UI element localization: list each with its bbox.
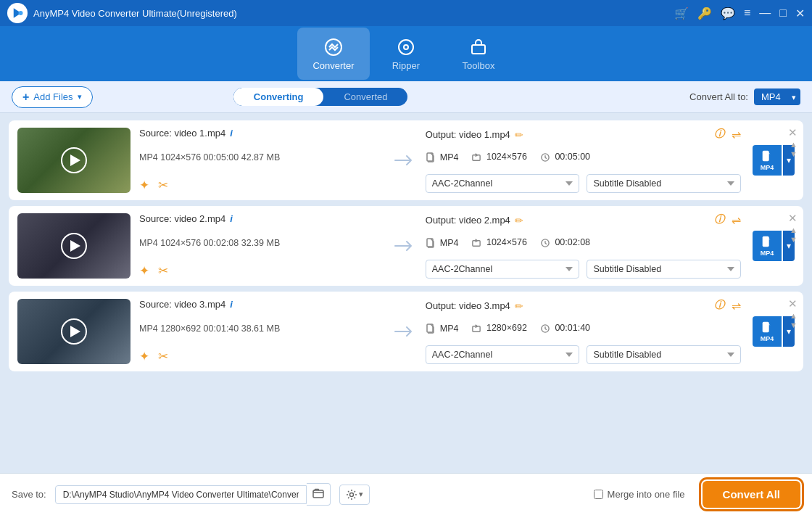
arrow-separator-3 (391, 299, 417, 364)
subtitle-select-2[interactable]: Subtitle Disabled (587, 260, 741, 279)
card-nav-down-3[interactable]: ▼ (790, 321, 798, 329)
audio-select-3[interactable]: AAC-2Channel (426, 345, 580, 364)
output-settings-icon-1[interactable]: ⇌ (732, 128, 741, 141)
card-nav-1: ▲ ▼ (790, 141, 798, 158)
card-nav-down-1[interactable]: ▼ (790, 150, 798, 158)
chat-icon[interactable]: 💬 (721, 7, 735, 20)
output-res-3: 1280×692 (471, 323, 526, 334)
output-top-2: Output: video 2.mp4 ✏ ⓘ ⇌ (426, 213, 741, 227)
video-thumbnail-2[interactable] (17, 213, 130, 279)
arrow-separator-1 (391, 128, 417, 193)
output-meta-1: MP4 1024×576 00:05:00 (426, 152, 741, 162)
cart-icon[interactable]: 🛒 (674, 7, 689, 20)
minimize-button[interactable]: — (759, 7, 771, 20)
tab-toolbox[interactable]: Toolbox (442, 28, 515, 80)
save-path-wrap (55, 483, 331, 506)
output-info-icon-3[interactable]: ⓘ (714, 299, 724, 313)
video-info-3: Source: video 3.mp4 i MP4 1280×692 00:01… (139, 299, 382, 364)
card-nav-up-1[interactable]: ▲ (790, 141, 798, 149)
video-thumbnail-1[interactable] (17, 128, 130, 193)
output-format-button-1[interactable]: MP4 (753, 145, 782, 176)
video-info-1: Source: video 1.mp4 i MP4 1024×576 00:05… (139, 128, 382, 193)
svg-point-2 (326, 39, 341, 55)
card-close-2[interactable]: ✕ (788, 212, 798, 225)
settings-button[interactable]: ▾ (339, 485, 370, 505)
subtitle-select-1[interactable]: Subtitle Disabled (587, 174, 741, 193)
save-path-input[interactable] (55, 485, 307, 504)
convert-all-button[interactable]: Convert All (703, 481, 800, 508)
play-button-3[interactable] (61, 318, 87, 345)
svg-rect-5 (472, 45, 485, 54)
star-icon-2[interactable]: ✦ (139, 263, 149, 279)
action-icons-3: ✦ ✂ (139, 349, 382, 364)
toolbar: + Add Files ▾ Converting Converted Conve… (0, 81, 812, 113)
nav-bar: Converter Ripper Toolbox (0, 26, 812, 81)
arrow-separator-2 (391, 213, 417, 279)
output-info-icon-1[interactable]: ⓘ (714, 128, 724, 141)
browse-folder-button[interactable] (307, 483, 331, 506)
card-nav-2: ▲ ▼ (790, 226, 798, 244)
output-settings-icon-2[interactable]: ⇌ (732, 213, 741, 227)
tab-converting[interactable]: Converting (233, 88, 324, 106)
user-icon[interactable]: 🔑 (697, 7, 712, 20)
output-top-1: Output: video 1.mp4 ✏ ⓘ ⇌ (426, 128, 741, 141)
action-icons-2: ✦ ✂ (139, 263, 382, 279)
meta-line-2: MP4 1024×576 00:02:08 32.39 MB (139, 238, 382, 248)
output-name-3: Output: video 3.mp4 ✏ (426, 300, 523, 312)
output-panel-2: Output: video 2.mp4 ✏ ⓘ ⇌ MP4 1024×576 (426, 213, 741, 279)
add-files-button[interactable]: + Add Files ▾ (12, 86, 93, 108)
output-info-icon-2[interactable]: ⓘ (714, 213, 724, 227)
output-dur-2: 00:02:08 (540, 237, 590, 248)
tab-converted[interactable]: Converted (323, 88, 407, 106)
edit-icon-2[interactable]: ✏ (515, 215, 523, 226)
maximize-button[interactable]: □ (779, 7, 787, 20)
tab-ripper[interactable]: Ripper (370, 28, 442, 80)
output-actions-1: ⓘ ⇌ (714, 128, 741, 141)
info-icon-2[interactable]: i (230, 213, 233, 224)
cut-icon-2[interactable]: ✂ (158, 263, 168, 279)
plus-icon: + (22, 91, 29, 104)
output-res-2: 1024×576 (471, 237, 526, 248)
output-actions-2: ⓘ ⇌ (714, 213, 741, 227)
window-controls: 🛒 🔑 💬 ≡ — □ ✕ (674, 7, 805, 20)
menu-icon[interactable]: ≡ (744, 7, 750, 20)
output-selects-1: AAC-2Channel Subtitle Disabled (426, 174, 741, 193)
close-button[interactable]: ✕ (795, 7, 805, 20)
app-title: AnyMP4 Video Converter Ultimate(Unregist… (33, 8, 674, 19)
video-thumbnail-3[interactable] (17, 299, 130, 364)
dropdown-arrow-icon: ▾ (78, 92, 82, 102)
format-select[interactable]: MP4 MKV AVI MOV (754, 88, 800, 105)
cut-icon-3[interactable]: ✂ (158, 349, 168, 364)
video-list: Source: video 1.mp4 i MP4 1024×576 00:05… (0, 113, 812, 473)
info-icon-1[interactable]: i (230, 128, 233, 139)
edit-icon-1[interactable]: ✏ (515, 129, 523, 141)
output-settings-icon-3[interactable]: ⇌ (732, 299, 741, 313)
card-nav-down-2[interactable]: ▼ (790, 236, 798, 244)
play-button-2[interactable] (61, 233, 87, 259)
output-format-button-3[interactable]: MP4 (753, 316, 782, 347)
edit-icon-3[interactable]: ✏ (515, 300, 523, 312)
svg-rect-18 (313, 490, 323, 498)
output-name-1: Output: video 1.mp4 ✏ (426, 129, 523, 141)
card-close-3[interactable]: ✕ (788, 297, 798, 310)
star-icon-1[interactable]: ✦ (139, 178, 149, 193)
output-format-button-2[interactable]: MP4 (753, 231, 782, 261)
meta-line-3: MP4 1280×692 00:01:40 38.61 MB (139, 324, 382, 334)
tab-converter[interactable]: Converter (297, 28, 370, 80)
card-nav-3: ▲ ▼ (790, 312, 798, 329)
play-button-1[interactable] (61, 147, 87, 173)
subtitle-select-3[interactable]: Subtitle Disabled (587, 345, 741, 364)
save-to-label: Save to: (12, 489, 46, 500)
audio-select-2[interactable]: AAC-2Channel (426, 260, 580, 279)
info-icon-3[interactable]: i (230, 299, 233, 310)
card-nav-up-2[interactable]: ▲ (790, 226, 798, 234)
source-line-3: Source: video 3.mp4 i (139, 299, 382, 310)
card-close-1[interactable]: ✕ (788, 126, 798, 139)
output-top-3: Output: video 3.mp4 ✏ ⓘ ⇌ (426, 299, 741, 313)
card-nav-up-3[interactable]: ▲ (790, 312, 798, 320)
star-icon-3[interactable]: ✦ (139, 349, 149, 364)
cut-icon-1[interactable]: ✂ (158, 178, 168, 193)
output-res-1: 1024×576 (471, 152, 526, 162)
merge-checkbox[interactable] (594, 490, 603, 499)
audio-select-1[interactable]: AAC-2Channel (426, 174, 580, 193)
